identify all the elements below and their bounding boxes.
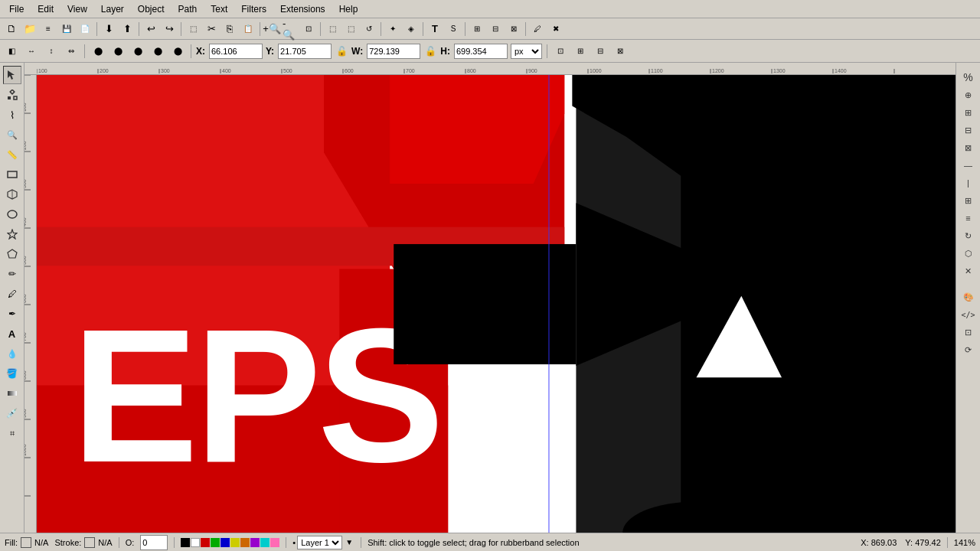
fill-tool[interactable]: 🪣	[3, 364, 21, 383]
color-cyan[interactable]	[260, 538, 270, 547]
w-input[interactable]	[367, 44, 420, 59]
import-button[interactable]: ⬇	[100, 21, 117, 37]
align-v[interactable]: ⊟	[487, 21, 504, 37]
layer-options[interactable]: ▼	[344, 534, 354, 551]
cut-button[interactable]: ✂	[203, 21, 220, 37]
color-white[interactable]	[191, 538, 200, 547]
lock-size-btn[interactable]: 🔓	[423, 44, 437, 58]
menu-layer[interactable]: Layer	[95, 2, 130, 16]
3dbox-tool[interactable]	[3, 185, 21, 204]
save-button[interactable]: 📄	[77, 21, 93, 37]
unit-selector[interactable]: px mm cm in pt	[511, 44, 542, 59]
align-top-btn[interactable]: ⬤	[149, 43, 166, 60]
rect-tool[interactable]	[3, 165, 21, 184]
align-bottom-btn[interactable]: ⬤	[169, 43, 186, 60]
snap-bbox[interactable]: ⊞	[959, 104, 978, 121]
transform-flip-h[interactable]: ⬚	[324, 21, 341, 37]
open-recent-button[interactable]: ≡	[40, 21, 57, 37]
tweak-tool[interactable]: ⌇	[3, 106, 21, 124]
copy-button[interactable]: ⎘	[221, 21, 238, 37]
canvas-area[interactable]: 100 200 300 400 500 600 700 800	[24, 63, 956, 533]
ellipse-tool[interactable]	[3, 205, 21, 223]
align-left-btn[interactable]: ⬤	[90, 43, 106, 60]
snap-global[interactable]: %	[959, 69, 978, 86]
snap-intersections[interactable]: ✕	[959, 262, 978, 279]
transform-tools-1[interactable]: ◧	[3, 43, 20, 60]
redo-button[interactable]: ↪	[161, 21, 178, 37]
xml-editor[interactable]: 🖊	[529, 21, 546, 37]
bezier-btn[interactable]: S	[445, 21, 462, 37]
h-input[interactable]	[454, 44, 508, 59]
menu-file[interactable]: File	[3, 2, 30, 16]
snap-centers[interactable]: ⊠	[959, 139, 978, 156]
transform-panel[interactable]: ⟳	[959, 341, 978, 358]
ext-btn[interactable]: ✖	[547, 21, 564, 37]
fill-swatch[interactable]	[21, 537, 31, 548]
align-center-btn[interactable]: ⬤	[109, 43, 126, 60]
snap-grid[interactable]: ⊞	[959, 192, 978, 209]
new-button[interactable]: 🗋	[3, 21, 20, 37]
calligraphy-tool[interactable]: ✒	[3, 305, 21, 323]
connector-tool[interactable]: ⌗	[3, 424, 21, 442]
color-orange[interactable]	[240, 538, 250, 547]
opacity-input[interactable]	[140, 535, 168, 550]
zoom-fit-button[interactable]: ⊡	[300, 21, 317, 37]
zoom-tool[interactable]: 🔍	[3, 126, 21, 144]
menu-text[interactable]: Text	[204, 2, 234, 16]
canvas-viewport[interactable]: 100 200 300 400 500 600 700	[24, 75, 956, 533]
copy-view-button[interactable]: ⬚	[185, 21, 201, 37]
undo-button[interactable]: ↩	[142, 21, 159, 37]
snap-guides[interactable]: |	[959, 174, 978, 191]
node-add[interactable]: ✦	[384, 21, 401, 37]
color-purple[interactable]	[250, 538, 260, 547]
export-button[interactable]: ⬆	[119, 21, 136, 37]
menu-view[interactable]: View	[61, 2, 93, 16]
select-tool[interactable]	[3, 66, 21, 84]
align-c[interactable]: ⊠	[505, 21, 522, 37]
spray-tool[interactable]: 💧	[3, 344, 21, 363]
transform-tools-3[interactable]: ↕	[43, 43, 60, 60]
menu-object[interactable]: Object	[132, 2, 171, 16]
polygon-tool[interactable]	[3, 245, 21, 263]
gradient-tool[interactable]	[3, 384, 21, 403]
snap-nodes[interactable]: ⊕	[959, 86, 978, 103]
color-black[interactable]	[181, 538, 190, 547]
transform-flip-v[interactable]: ⬚	[342, 21, 359, 37]
transform-snap4[interactable]: ⊠	[612, 43, 629, 60]
menu-extensions[interactable]: Extensions	[274, 2, 332, 16]
menu-path[interactable]: Path	[172, 2, 204, 16]
lock-aspect-btn[interactable]: 🔓	[335, 44, 348, 58]
node-tool[interactable]	[3, 86, 21, 104]
color-manager[interactable]: 🎨	[959, 289, 978, 305]
stroke-swatch[interactable]	[84, 537, 95, 548]
paste-button[interactable]: 📋	[240, 21, 256, 37]
transform-snap1[interactable]: ⊡	[552, 43, 569, 60]
transform-tools-4[interactable]: ⇔	[63, 43, 80, 60]
save-copy-button[interactable]: 💾	[58, 21, 75, 37]
snap-midpoints[interactable]: ⊟	[959, 122, 978, 139]
node-remove[interactable]: ◈	[403, 21, 420, 37]
x-input[interactable]	[209, 44, 263, 59]
transform-tools-2[interactable]: ↔	[23, 43, 40, 60]
measure-tool[interactable]: 📏	[3, 145, 21, 164]
color-yellow[interactable]	[230, 538, 240, 547]
color-red[interactable]	[201, 538, 210, 547]
color-blue[interactable]	[220, 538, 230, 547]
transform-snap2[interactable]: ⊞	[572, 43, 589, 60]
menu-filters[interactable]: Filters	[235, 2, 273, 16]
zoom-out-button[interactable]: -🔍	[282, 21, 299, 37]
align-h[interactable]: ⊞	[469, 21, 485, 37]
color-green[interactable]	[211, 538, 220, 547]
star-tool[interactable]	[3, 225, 21, 243]
zoom-in-button[interactable]: +🔍	[263, 21, 280, 37]
text-tool[interactable]: A	[3, 324, 21, 343]
color-pink[interactable]	[270, 538, 279, 547]
transform-rot[interactable]: ↺	[361, 21, 377, 37]
snap-object-rotation[interactable]: ↻	[959, 227, 978, 244]
y-input[interactable]	[278, 44, 332, 59]
snap-extensions[interactable]: ≡	[959, 210, 978, 227]
transform-snap3[interactable]: ⊟	[592, 43, 609, 60]
text-tool-btn[interactable]: T	[426, 21, 443, 37]
open-button[interactable]: 📁	[21, 21, 38, 37]
dropper-tool[interactable]: 💉	[3, 404, 21, 422]
